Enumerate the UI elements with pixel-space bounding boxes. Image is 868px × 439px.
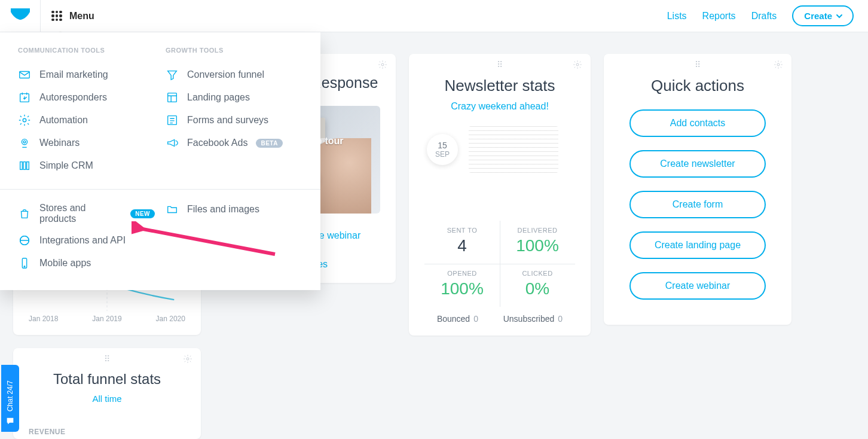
mobile-icon: [18, 257, 31, 270]
mega-col-other-right: Files and images: [166, 198, 302, 275]
columns-icon: [18, 159, 31, 172]
badge-beta: BETA: [256, 139, 282, 148]
create-webinar-button[interactable]: Create webinar: [629, 272, 766, 300]
card-subtitle-link[interactable]: All time: [29, 394, 185, 404]
bag-icon: [18, 207, 31, 220]
drag-handle-icon[interactable]: ⠿: [695, 60, 701, 69]
top-header: Menu Lists Reports Drafts Create: [0, 0, 868, 32]
menu-item-mobile-apps[interactable]: Mobile apps: [18, 252, 155, 275]
api-icon: [18, 234, 31, 247]
nav-lists[interactable]: Lists: [667, 11, 687, 22]
menu-item-integrations-api[interactable]: Integrations and API: [18, 229, 155, 252]
svg-rect-6: [23, 162, 26, 170]
newsletter-stat-grid: SENT TO 4 DELIVERED 100% OPENED 100% CLI…: [424, 221, 575, 307]
svg-point-4: [23, 141, 26, 143]
grid-icon: [51, 11, 62, 22]
menu-button[interactable]: Menu: [41, 0, 105, 32]
menu-item-simple-crm[interactable]: Simple CRM: [18, 154, 155, 177]
stat-delivered: DELIVERED 100%: [500, 221, 575, 264]
folder-icon: [166, 203, 179, 216]
svg-point-2: [23, 118, 26, 122]
create-newsletter-button[interactable]: Create newsletter: [629, 150, 766, 178]
chat-tab[interactable]: Chat 24/7: [1, 365, 19, 432]
svg-rect-7: [27, 162, 29, 170]
menu-item-label: Stores and products: [39, 203, 122, 224]
app-logo[interactable]: [0, 0, 41, 32]
menu-item-stores-products[interactable]: Stores and products NEW: [18, 198, 155, 229]
form-icon: [166, 114, 179, 127]
menu-item-landing-pages[interactable]: Landing pages: [166, 86, 302, 109]
nav-drafts[interactable]: Drafts: [751, 11, 777, 22]
stat-clicked: CLICKED 0%: [500, 264, 575, 307]
create-button[interactable]: Create: [792, 5, 854, 26]
chart-tick: Jan 2019: [92, 315, 121, 323]
stat-sent-to: SENT TO 4: [424, 221, 500, 264]
menu-item-label: Facebook Ads: [187, 138, 247, 148]
create-form-button[interactable]: Create form: [629, 191, 766, 218]
menu-item-label: Conversion funnel: [187, 69, 264, 80]
menu-item-label: Simple CRM: [39, 160, 93, 171]
card-settings-button[interactable]: [183, 354, 192, 366]
newsletter-preview[interactable]: [469, 126, 558, 173]
col-4: ⠿ Quick actions Add contacts Create news…: [604, 54, 791, 439]
menu-label: Menu: [69, 11, 94, 22]
add-contacts-button[interactable]: Add contacts: [629, 109, 766, 137]
svg-rect-0: [20, 72, 30, 78]
menu-item-webinars[interactable]: Webinars: [18, 132, 155, 154]
nav-reports[interactable]: Reports: [702, 11, 736, 22]
quick-actions-card: ⠿ Quick actions Add contacts Create news…: [604, 54, 791, 325]
stat-unsubscribed: Unsubscribed0: [503, 314, 563, 324]
menu-item-forms-surveys[interactable]: Forms and surveys: [166, 109, 302, 132]
chevron-down-icon: [836, 13, 843, 20]
col-3: ⠿ Newsletter stats Crazy weekend ahead! …: [409, 54, 591, 439]
svg-point-12: [24, 266, 25, 267]
svg-rect-5: [20, 162, 23, 170]
menu-item-label: Landing pages: [187, 92, 250, 103]
menu-item-email-marketing[interactable]: Email marketing: [18, 63, 155, 86]
create-landing-page-button[interactable]: Create landing page: [629, 231, 766, 259]
envelope-icon: [18, 68, 31, 81]
badge-new: NEW: [130, 209, 155, 218]
card-title: Quick actions: [619, 77, 776, 95]
menu-item-label: Email marketing: [39, 69, 108, 80]
calendar-icon: [18, 91, 31, 104]
card-settings-button[interactable]: [378, 60, 387, 72]
menu-item-label: Forms and surveys: [187, 115, 268, 126]
mega-heading-communication: COMMUNICATION TOOLS: [18, 47, 155, 54]
svg-point-15: [187, 358, 189, 360]
svg-point-3: [22, 139, 27, 145]
envelope-logo-icon: [10, 8, 30, 25]
newsletter-link[interactable]: Crazy weekend ahead!: [424, 101, 575, 112]
stat-opened: OPENED 100%: [424, 264, 500, 307]
drag-handle-icon[interactable]: ⠿: [104, 354, 111, 364]
create-label: Create: [804, 11, 832, 21]
date-month: SEP: [435, 150, 450, 158]
menu-item-files-images[interactable]: Files and images: [166, 198, 302, 221]
header-right: Lists Reports Drafts Create: [667, 5, 868, 26]
card-settings-button[interactable]: [774, 60, 783, 72]
svg-point-20: [576, 63, 579, 66]
newsletter-date-badge: 15 SEP: [427, 134, 458, 165]
menu-item-facebook-ads[interactable]: Facebook Ads BETA: [166, 132, 302, 154]
menu-item-conversion-funnel[interactable]: Conversion funnel: [166, 63, 302, 86]
card-title: Total funnel stats: [29, 371, 185, 388]
card-settings-button[interactable]: [573, 60, 582, 72]
revenue-label: REVENUE: [29, 428, 185, 436]
svg-point-16: [381, 63, 384, 66]
layout-icon: [166, 91, 179, 104]
menu-item-automation[interactable]: Automation: [18, 109, 155, 132]
card-title: Newsletter stats: [424, 77, 575, 95]
chat-label: Chat 24/7: [6, 380, 14, 411]
mega-menu: COMMUNICATION TOOLS Email marketing Auto…: [0, 32, 320, 290]
chart-tick: Jan 2020: [156, 315, 185, 323]
mega-col-communication: COMMUNICATION TOOLS Email marketing Auto…: [18, 47, 155, 177]
date-day: 15: [438, 141, 447, 150]
chat-icon: [5, 416, 15, 426]
menu-item-label: Automation: [39, 115, 88, 126]
drag-handle-icon[interactable]: ⠿: [497, 60, 503, 69]
announce-icon: [166, 136, 179, 150]
menu-item-autoresponders[interactable]: Autoresponders: [18, 86, 155, 109]
stat-bounced: Bounced0: [437, 314, 478, 324]
menu-item-label: Autoresponders: [39, 92, 107, 103]
newsletter-foot-row: Bounced0 Unsubscribed0: [424, 314, 575, 324]
